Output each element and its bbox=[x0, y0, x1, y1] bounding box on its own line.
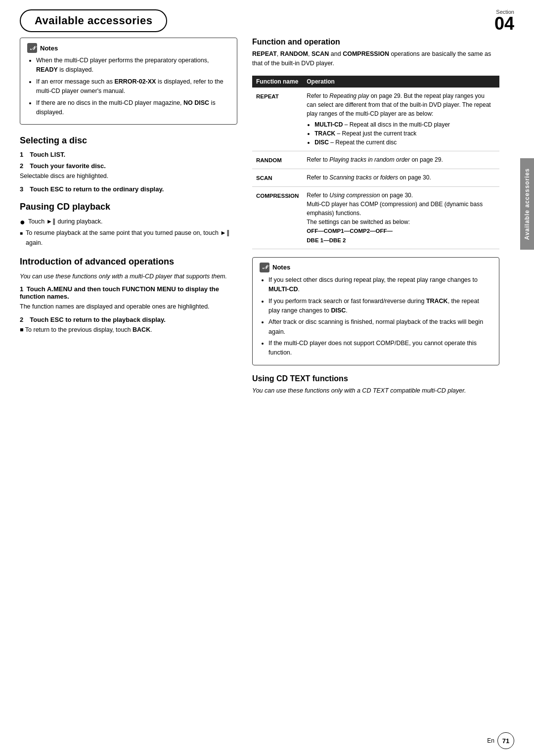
pausing-heading: Pausing CD playback bbox=[20, 202, 237, 212]
notes-item-3: If there are no discs in the multi-CD pl… bbox=[36, 98, 230, 118]
notes-title-right: 𝒩 Notes bbox=[260, 263, 492, 272]
right-notes-item-3: After track or disc scanning is finished… bbox=[268, 317, 492, 337]
notes-box-left: 𝒩 Notes When the multi-CD player perform… bbox=[20, 38, 237, 125]
repeat-name: REPEAT bbox=[252, 88, 303, 151]
function-operation-heading: Function and operation bbox=[252, 38, 499, 46]
pausing-body: ■ To resume playback at the same point t… bbox=[20, 228, 237, 248]
using-cd-text-italic: You can use these functions only with a … bbox=[252, 386, 499, 396]
notes-list-right: If you select other discs during repeat … bbox=[260, 275, 492, 358]
compression-operation: Refer to Using compression on page 30. M… bbox=[303, 187, 499, 249]
notes-list-left: When the multi-CD player performs the pr… bbox=[27, 56, 230, 117]
pausing-bullet-text: Touch ►‖ during playback. bbox=[28, 217, 103, 226]
intro-step2-body: ■ To return to the previous display, tou… bbox=[20, 325, 237, 335]
top-header: Available accessories Section 04 bbox=[0, 0, 534, 33]
right-notes-item-1: If you select other discs during repeat … bbox=[268, 275, 492, 295]
section-badge: Section 04 bbox=[494, 9, 514, 33]
using-cd-text-heading: Using CD TEXT functions bbox=[252, 374, 499, 383]
step-3: 3 Touch ESC to return to the ordinary di… bbox=[20, 185, 237, 193]
right-notes-item-4: If the multi-CD player does not support … bbox=[268, 339, 492, 358]
table-header-operation: Operation bbox=[303, 76, 499, 88]
scan-operation: Refer to Scanning tracks or folders on p… bbox=[303, 169, 499, 187]
table-row-random: RANDOM Refer to Playing tracks in random… bbox=[252, 151, 499, 169]
pausing-body-text: To resume playback at the same point tha… bbox=[26, 228, 237, 248]
step-2-body: Selectable discs are highlighted. bbox=[20, 172, 237, 181]
notes-icon-right: 𝒩 bbox=[260, 263, 269, 272]
notes-heading-left: Notes bbox=[40, 44, 58, 52]
table-row-repeat: REPEAT Refer to Repeating play on page 2… bbox=[252, 88, 499, 151]
notes-icon-left: 𝒩 bbox=[27, 43, 37, 53]
repeat-bullet-3: DISC – Repeat the current disc bbox=[314, 138, 495, 147]
side-tab-text: Available accessories bbox=[524, 168, 531, 240]
notes-item-1: When the multi-CD player performs the pr… bbox=[36, 56, 230, 75]
random-name: RANDOM bbox=[252, 151, 303, 169]
page-title: Available accessories bbox=[20, 9, 167, 32]
intro-italic: You can use these functions only with a … bbox=[20, 272, 237, 281]
compression-code: OFF—COMP1—COMP2—OFF—DBE 1—DBE 2 bbox=[307, 228, 393, 243]
intro-heading: Introduction of advanced operations bbox=[20, 257, 237, 267]
page-wrapper: Available accessories Section 04 Availab… bbox=[0, 0, 534, 756]
intro-step1-body: The function names are displayed and ope… bbox=[20, 302, 237, 311]
right-column: Function and operation REPEAT, RANDOM, S… bbox=[252, 38, 514, 717]
square-bullet-1: ■ bbox=[20, 229, 23, 237]
notes-heading-right: Notes bbox=[272, 264, 290, 271]
notes-item-2: If an error message such as ERROR-02-XX … bbox=[36, 77, 230, 96]
notes-title-left: 𝒩 Notes bbox=[27, 43, 230, 53]
page-num-badge: 71 bbox=[497, 732, 514, 749]
table-row-scan: SCAN Refer to Scanning tracks or folders… bbox=[252, 169, 499, 187]
intro-italic-text: You can use these functions only with a … bbox=[20, 273, 227, 280]
compression-name: COMPRESSION bbox=[252, 187, 303, 249]
main-content: 𝒩 Notes When the multi-CD player perform… bbox=[0, 33, 534, 727]
function-operation-intro: REPEAT, RANDOM, SCAN and COMPRESSION ope… bbox=[252, 49, 499, 69]
pausing-bullet: ● Touch ►‖ during playback. bbox=[20, 217, 237, 228]
right-notes-item-2: If you perform track search or fast forw… bbox=[268, 297, 492, 316]
step-1: 1 Touch LIST. bbox=[20, 151, 237, 158]
repeat-operation: Refer to Repeating play on page 29. But … bbox=[303, 88, 499, 151]
side-tab: Available accessories bbox=[520, 158, 534, 250]
random-operation: Refer to Playing tracks in random order … bbox=[303, 151, 499, 169]
page-footer: En 71 bbox=[0, 727, 534, 756]
repeat-bullet-1: MULTI-CD – Repeat all discs in the multi… bbox=[314, 120, 495, 129]
function-table: Function name Operation REPEAT Refer to … bbox=[252, 76, 499, 249]
using-cd-text-italic-text: You can use these functions only with a … bbox=[252, 387, 466, 394]
scan-name: SCAN bbox=[252, 169, 303, 187]
left-column: 𝒩 Notes When the multi-CD player perform… bbox=[20, 38, 237, 717]
bullet-dot-1: ● bbox=[20, 217, 25, 228]
notes-box-right: 𝒩 Notes If you select other discs during… bbox=[252, 257, 499, 365]
en-label: En bbox=[487, 737, 494, 744]
table-row-compression: COMPRESSION Refer to Using compression o… bbox=[252, 187, 499, 249]
selecting-disc-heading: Selecting a disc bbox=[20, 135, 237, 146]
intro-step1: 1 Touch A.MENU and then touch FUNCTION M… bbox=[20, 285, 237, 300]
intro-step2: 2 Touch ESC to return to the playback di… bbox=[20, 316, 237, 323]
repeat-bullet-2: TRACK – Repeat just the current track bbox=[314, 129, 495, 138]
table-header-name: Function name bbox=[252, 76, 303, 88]
step-2: 2 Touch your favorite disc. bbox=[20, 162, 237, 170]
section-num: 04 bbox=[494, 15, 514, 33]
